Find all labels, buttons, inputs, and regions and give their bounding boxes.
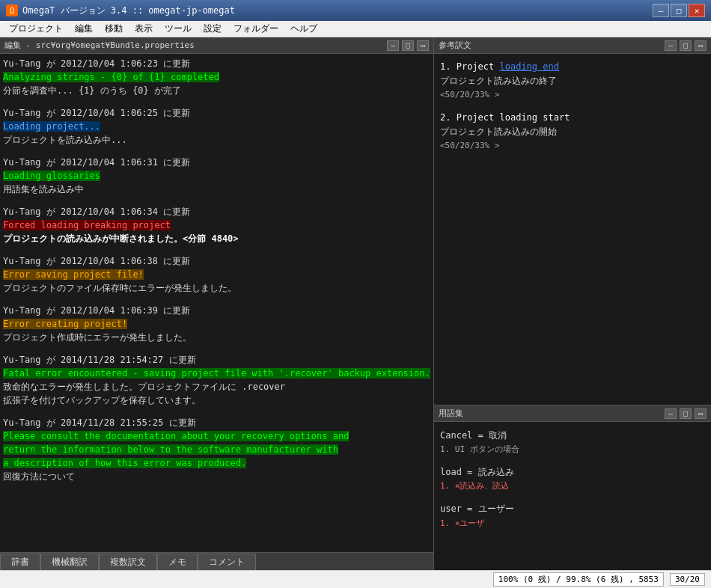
log-user-time: Yu-Tang が 2012/10/04 1:06:38 に更新 [3,254,430,268]
menu-project[interactable]: プロジェクト [3,21,69,37]
tab-comments[interactable]: コメント [198,554,256,570]
list-item: 1. Project loading end プロジェクト読み込みの終了 <50… [440,60,705,102]
menu-bar: プロジェクト 編集 移動 表示 ツール 設定 フォルダー ヘルプ [0,21,711,37]
editor-minimize-btn[interactable]: – [387,40,399,51]
bottom-tabs: 辞書 機械翻訳 複数訳文 メモ コメント [0,552,433,570]
list-item: Cancel = 取消 1. UI ボタンの場合 [440,428,705,457]
title-bar-controls: – □ ✕ [653,4,705,17]
glossary-title: 用語集 [439,408,463,419]
glossary-maximize-btn[interactable]: □ [680,408,692,419]
list-item: Yu-Tang が 2012/10/04 1:06:31 に更新 Loading… [3,156,430,196]
log-highlight: Loading glossaries [3,171,100,181]
log-user-time: Yu-Tang が 2012/10/04 1:06:23 に更新 [3,57,430,70]
list-item: load = 読み込み 1. ×読込み、読込 [440,465,705,494]
menu-folder[interactable]: フォルダー [228,21,284,37]
editor-controls: – □ ▭ [387,40,429,51]
tab-notes[interactable]: メモ [157,554,198,570]
title-bar-left: Ω OmegaT バージョン 3.4 :: omegat-jp-omegat [6,4,235,17]
glossary-def: 1. ×ユーザ [440,517,705,531]
log-user-time: Yu-Tang が 2014/11/28 21:54:27 に更新 [3,353,430,367]
glossary-minimize-btn[interactable]: – [665,408,677,419]
editor-restore-btn[interactable]: ▭ [417,40,429,51]
log-highlight: Loading project... [3,121,100,132]
glossary-def: 1. UI ボタンの場合 [440,443,705,457]
maximize-button[interactable]: □ [671,4,687,17]
menu-settings[interactable]: 設定 [198,21,228,37]
ref-entry-subtitle: プロジェクト読み込みの開始 [440,125,705,139]
log-user-time: Yu-Tang が 2012/10/04 1:06:25 に更新 [3,106,430,120]
log-normal: プロジェクトのファイル保存時にエラーが発生しました。 [3,281,430,295]
log-highlight: Error creating project! [3,319,127,329]
ref-entry-title: 1. Project loading end [440,60,705,74]
status-bar: 100% (0 残) / 99.8% (6 残) , 5853 30/20 [0,570,711,588]
glossary-restore-btn[interactable]: ▭ [695,408,707,419]
list-item: Yu-Tang が 2012/10/04 1:06:39 に更新 Error c… [3,304,430,344]
ref-minimize-btn[interactable]: – [665,40,677,51]
glossary-def: 1. ×読込み、読込 [440,480,705,494]
status-progress: 100% (0 残) / 99.8% (6 残) , 5853 [493,572,664,587]
ref-title: 参考訳文 [439,40,472,51]
log-content[interactable]: Yu-Tang が 2012/10/04 1:06:23 に更新 Analyzi… [0,54,433,552]
ref-restore-btn[interactable]: ▭ [695,40,707,51]
log-bold: プロジェクトの読み込みが中断されました。<分節 4840> [3,232,430,245]
right-panel: 参考訳文 – □ ▭ 1. Project loading end プロジェクト… [434,37,711,570]
editor-panel: 編集 - src¥org¥omegat¥Bundle.properties – … [0,37,434,570]
ref-entry-score: <50/20/33% > [440,139,705,153]
list-item: Yu-Tang が 2014/11/28 21:55:25 に更新 Please… [3,416,430,483]
menu-help[interactable]: ヘルプ [284,21,323,37]
editor-maximize-btn[interactable]: □ [402,40,414,51]
glossary-controls: – □ ▭ [665,408,707,419]
ref-maximize-btn[interactable]: □ [680,40,692,51]
tab-multiple-translations[interactable]: 複数訳文 [99,554,157,570]
editor-title: 編集 - src¥org¥omegat¥Bundle.properties [4,40,195,51]
log-highlight: Error saving project file! [3,269,144,280]
status-position: 30/20 [670,573,705,586]
tab-machine-translation[interactable]: 機械翻訳 [40,554,99,570]
minimize-button[interactable]: – [653,4,669,17]
log-highlight: Forced loading breaking project [3,220,171,230]
list-item: Yu-Tang が 2014/11/28 21:54:27 に更新 Fatal … [3,353,430,407]
list-item: Yu-Tang が 2012/10/04 1:06:38 に更新 Error s… [3,254,430,295]
list-item: Yu-Tang が 2012/10/04 1:06:23 に更新 Analyzi… [3,57,430,97]
log-user-time: Yu-Tang が 2012/10/04 1:06:34 に更新 [3,205,430,218]
menu-view[interactable]: 表示 [129,21,159,37]
editor-titlebar: 編集 - src¥org¥omegat¥Bundle.properties – … [0,37,433,54]
glossary-titlebar: 用語集 – □ ▭ [434,405,711,422]
list-item: Yu-Tang が 2012/10/04 1:06:34 に更新 Forced … [3,205,430,245]
app-icon: Ω [6,4,18,16]
ref-entry-title: 2. Project loading start [440,111,705,125]
log-normal: 回復方法について [3,470,430,483]
glossary-term: user = ユーザー [440,501,705,516]
log-highlight: Please consult the documentation about y… [3,431,349,468]
ref-entry-score: <50/20/33% > [440,88,705,102]
list-item: 2. Project loading start プロジェクト読み込みの開始 <… [440,111,705,153]
log-user-time: Yu-Tang が 2012/10/04 1:06:39 に更新 [3,304,430,317]
log-normal: 用語集を読み込み中 [3,183,430,196]
glossary-content[interactable]: Cancel = 取消 1. UI ボタンの場合 load = 読み込み 1. … [434,422,711,570]
log-user-time: Yu-Tang が 2012/10/04 1:06:31 に更新 [3,156,430,169]
menu-tools[interactable]: ツール [159,21,198,37]
title-bar: Ω OmegaT バージョン 3.4 :: omegat-jp-omegat –… [0,0,711,21]
log-user-time: Yu-Tang が 2014/11/28 21:55:25 に更新 [3,416,430,429]
glossary-panel: 用語集 – □ ▭ Cancel = 取消 1. UI ボタンの場合 load … [434,405,711,570]
glossary-term: load = 読み込み [440,465,705,480]
log-normal: プロジェクトを読み込み中... [3,133,430,147]
menu-move[interactable]: 移動 [99,21,129,37]
log-normal: 分節を調査中... {1} のうち {0} が完了 [3,84,430,97]
close-button[interactable]: ✕ [689,4,705,17]
app-title: OmegaT バージョン 3.4 :: omegat-jp-omegat [22,4,235,17]
menu-edit[interactable]: 編集 [69,21,99,37]
glossary-term: Cancel = 取消 [440,428,705,443]
log-normal: プロジェクト作成時にエラーが発生しました。 [3,331,430,344]
ref-controls: – □ ▭ [665,40,707,51]
ref-titlebar: 参考訳文 – □ ▭ [434,37,711,54]
reference-panel: 参考訳文 – □ ▭ 1. Project loading end プロジェクト… [434,37,711,405]
list-item: Yu-Tang が 2012/10/04 1:06:25 に更新 Loading… [3,106,430,147]
main-layout: 編集 - src¥org¥omegat¥Bundle.properties – … [0,37,711,570]
tab-dictionary[interactable]: 辞書 [0,554,40,570]
ref-content[interactable]: 1. Project loading end プロジェクト読み込みの終了 <50… [434,54,711,405]
log-highlight: Fatal error encountered - saving project… [3,368,430,379]
list-item: user = ユーザー 1. ×ユーザ [440,501,705,530]
log-normal: 致命的なエラーが発生しました。プロジェクトファイルに .recover 拡張子を… [3,380,430,407]
ref-entry-subtitle: プロジェクト読み込みの終了 [440,74,705,88]
